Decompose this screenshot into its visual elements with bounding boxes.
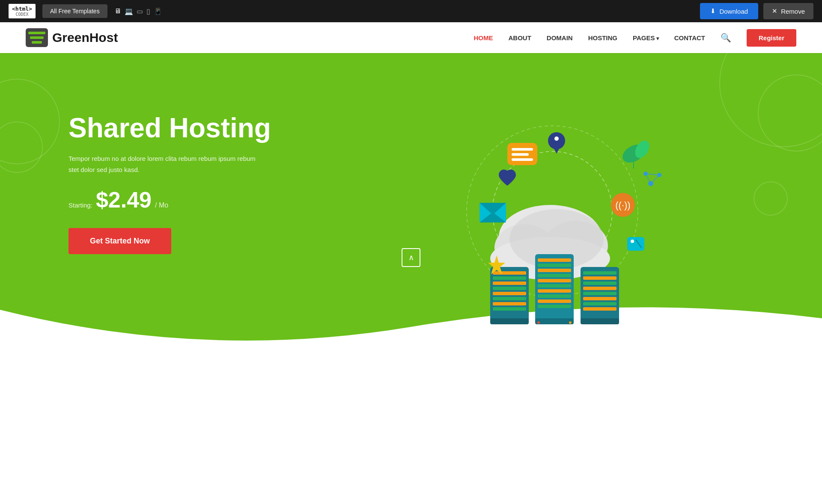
svg-rect-40 (581, 318, 619, 324)
svg-line-63 (646, 174, 651, 184)
svg-rect-38 (583, 302, 616, 305)
all-free-templates-button[interactable]: All Free Templates (42, 4, 107, 18)
svg-rect-26 (538, 299, 571, 303)
svg-rect-39 (583, 307, 616, 311)
nav-about[interactable]: ABOUT (509, 34, 531, 42)
htmlcodex-logo: <html> CODEX (9, 4, 36, 18)
svg-rect-14 (493, 302, 526, 305)
nav-hosting[interactable]: HOSTING (588, 34, 617, 42)
hero-price-area: Starting: $2.49 / Mo (68, 187, 334, 213)
device-preview-icons: 🖥 💻 ▭ ▯ 📱 (114, 7, 162, 15)
svg-rect-12 (493, 292, 526, 295)
svg-text:((·)): ((·)) (615, 200, 630, 210)
svg-rect-37 (583, 297, 616, 300)
search-icon[interactable]: 🔍 (721, 33, 731, 43)
svg-rect-22 (538, 279, 571, 282)
get-started-button[interactable]: Get Started Now (68, 228, 171, 254)
svg-rect-24 (538, 289, 571, 293)
svg-rect-18 (538, 258, 571, 262)
main-nav: GreenHost HOME ABOUT DOMAIN HOSTING PAGE… (0, 22, 822, 53)
tablet-landscape-icon[interactable]: ▭ (137, 7, 143, 15)
svg-rect-11 (493, 287, 526, 290)
svg-rect-43 (512, 153, 529, 156)
remove-label: Remove (781, 8, 805, 15)
server-cloud-svg: ((·)) (424, 104, 681, 344)
svg-line-64 (646, 174, 659, 175)
remove-button[interactable]: ✕ Remove (763, 3, 813, 19)
close-icon: ✕ (772, 7, 777, 15)
download-icon: ⬇ (710, 7, 716, 15)
svg-rect-8 (493, 271, 526, 275)
svg-rect-25 (538, 294, 571, 298)
tablet-portrait-icon[interactable]: ▯ (146, 7, 150, 15)
download-label: Download (719, 8, 748, 15)
svg-rect-32 (583, 271, 616, 275)
chevron-up-icon: ∧ (408, 253, 414, 262)
svg-point-49 (554, 136, 559, 141)
svg-rect-34 (583, 282, 616, 285)
svg-rect-15 (493, 307, 526, 311)
svg-rect-36 (583, 292, 616, 295)
svg-rect-23 (538, 284, 571, 288)
svg-rect-13 (493, 297, 526, 300)
desktop-icon[interactable]: 🖥 (114, 7, 121, 15)
top-bar: <html> CODEX All Free Templates 🖥 💻 ▭ ▯ … (0, 0, 822, 22)
svg-rect-9 (493, 276, 526, 280)
top-bar-right: ⬇ Download ✕ Remove (700, 3, 813, 19)
hero-title: Shared Hosting (68, 113, 334, 143)
brand-name: GreenHost (52, 30, 118, 45)
scroll-up-button[interactable]: ∧ (402, 248, 420, 267)
svg-rect-27 (538, 305, 571, 308)
top-bar-left: <html> CODEX All Free Templates 🖥 💻 ▭ ▯ … (9, 4, 162, 18)
svg-rect-19 (538, 264, 571, 267)
hero-left-panel: Shared Hosting Tempor rebum no at dolore… (68, 87, 334, 254)
download-button[interactable]: ⬇ Download (700, 3, 758, 19)
price-amount: $2.49 (96, 187, 152, 213)
svg-rect-33 (583, 276, 616, 280)
svg-rect-16 (490, 318, 529, 324)
svg-rect-21 (538, 274, 571, 277)
brand-logo-area: GreenHost (26, 28, 118, 47)
nav-domain[interactable]: DOMAIN (547, 34, 573, 42)
svg-rect-35 (583, 287, 616, 290)
logo-bar-1 (28, 32, 45, 34)
hero-description: Tempor rebum no at dolore lorem clita re… (68, 153, 265, 175)
logo-icon (26, 28, 48, 47)
nav-menu: HOME ABOUT DOMAIN HOSTING PAGES CONTACT … (474, 29, 797, 47)
hero-illustration: ((·)) (334, 87, 771, 344)
svg-rect-20 (538, 269, 571, 272)
white-section (0, 361, 822, 438)
svg-line-62 (651, 175, 659, 184)
hero-section: Shared Hosting Tempor rebum no at dolore… (0, 53, 822, 361)
svg-rect-44 (512, 158, 533, 161)
nav-contact[interactable]: CONTACT (674, 34, 705, 42)
svg-rect-42 (512, 148, 533, 151)
mobile-icon[interactable]: 📱 (154, 7, 162, 15)
nav-home[interactable]: HOME (474, 34, 493, 42)
logo-bar-2 (30, 36, 44, 39)
register-button[interactable]: Register (747, 29, 796, 47)
svg-rect-28 (535, 318, 574, 324)
hero-content: Shared Hosting Tempor rebum no at dolore… (0, 53, 822, 361)
svg-point-30 (569, 321, 572, 324)
logo-bar-3 (32, 41, 42, 44)
svg-point-66 (631, 240, 634, 243)
nav-pages[interactable]: PAGES (633, 34, 659, 42)
laptop-icon[interactable]: 💻 (125, 7, 133, 15)
price-unit: / Mo (155, 202, 168, 209)
svg-rect-10 (493, 282, 526, 285)
svg-point-29 (537, 321, 540, 324)
svg-rect-65 (627, 237, 644, 251)
starting-label: Starting: (68, 202, 92, 209)
